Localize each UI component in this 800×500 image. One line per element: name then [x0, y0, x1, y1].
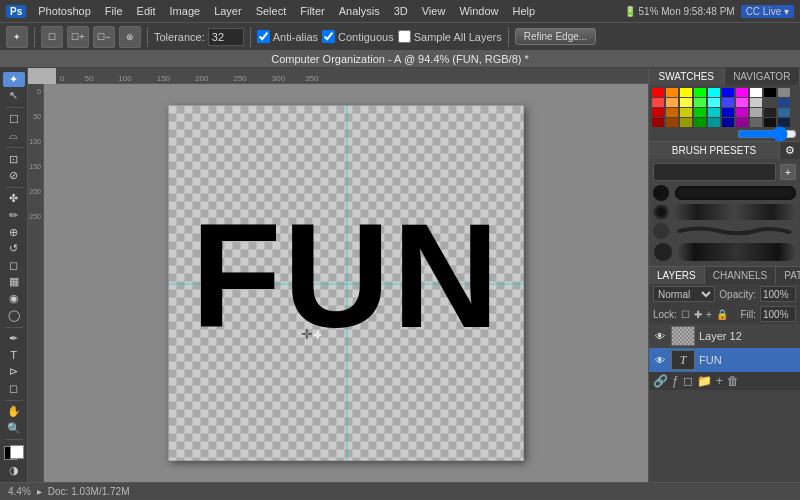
refine-edge-button[interactable]: Refine Edge...: [515, 28, 596, 45]
swatch[interactable]: [694, 118, 706, 127]
fill-input[interactable]: [760, 306, 796, 322]
menu-photoshop[interactable]: Photoshop: [32, 3, 97, 19]
tool-hand[interactable]: ✋: [3, 404, 25, 419]
tool-blur[interactable]: ◉: [3, 291, 25, 306]
lock-image-icon[interactable]: ✚: [694, 309, 702, 320]
tool-add-selection[interactable]: ☐+: [67, 26, 89, 48]
menu-analysis[interactable]: Analysis: [333, 3, 386, 19]
swatch[interactable]: [652, 108, 664, 117]
swatch[interactable]: [666, 98, 678, 107]
tool-wand[interactable]: ✦: [6, 26, 28, 48]
swatch[interactable]: [652, 118, 664, 127]
lock-position-icon[interactable]: +: [706, 309, 712, 320]
brush-new-button[interactable]: +: [780, 164, 796, 180]
swatch[interactable]: [736, 98, 748, 107]
tab-brush-presets[interactable]: BRUSH PRESETS: [649, 142, 780, 159]
swatch[interactable]: [652, 88, 664, 97]
swatch[interactable]: [722, 108, 734, 117]
menu-layer[interactable]: Layer: [208, 3, 248, 19]
swatch[interactable]: [750, 98, 762, 107]
layer-item-2[interactable]: 👁 T FUN: [649, 348, 800, 372]
layer-item-1[interactable]: 👁 Layer 12: [649, 324, 800, 348]
menu-select[interactable]: Select: [250, 3, 293, 19]
swatch[interactable]: [694, 108, 706, 117]
color-swatches[interactable]: [4, 446, 24, 459]
layer-visibility-1[interactable]: 👁: [653, 329, 667, 343]
brush-options-icon[interactable]: ⚙: [780, 142, 800, 159]
cc-live[interactable]: CC Live ▾: [741, 5, 794, 18]
tool-lasso[interactable]: ⌓: [3, 128, 25, 143]
tool-zoom[interactable]: 🔍: [3, 421, 25, 436]
swatch[interactable]: [666, 118, 678, 127]
menu-file[interactable]: File: [99, 3, 129, 19]
menu-filter[interactable]: Filter: [294, 3, 330, 19]
menu-help[interactable]: Help: [507, 3, 542, 19]
opacity-input[interactable]: [760, 286, 796, 302]
tool-clone-stamp[interactable]: ⊕: [3, 225, 25, 240]
tool-subtract-selection[interactable]: ☐−: [93, 26, 115, 48]
anti-alias-checkbox[interactable]: Anti-alias: [257, 30, 318, 43]
swatch[interactable]: [750, 108, 762, 117]
tool-shape[interactable]: ◻: [3, 381, 25, 396]
menu-window[interactable]: Window: [453, 3, 504, 19]
contiguous-checkbox[interactable]: Contiguous: [322, 30, 394, 43]
swatch[interactable]: [736, 88, 748, 97]
tool-gradient[interactable]: ▦: [3, 275, 25, 290]
swatch[interactable]: [778, 88, 790, 97]
swatch[interactable]: [666, 108, 678, 117]
tool-crop[interactable]: ⊡: [3, 152, 25, 167]
swatch[interactable]: [722, 88, 734, 97]
brush-item-large[interactable]: [653, 242, 796, 262]
brush-name-input[interactable]: [653, 163, 776, 181]
quick-mask-mode[interactable]: ◑: [3, 463, 25, 478]
tool-new-selection[interactable]: ☐: [41, 26, 63, 48]
swatch[interactable]: [694, 88, 706, 97]
tab-paths[interactable]: PATHS: [776, 267, 800, 284]
document-canvas[interactable]: FUN ✛: [169, 106, 524, 461]
swatch[interactable]: [750, 88, 762, 97]
swatch[interactable]: [778, 108, 790, 117]
swatch[interactable]: [722, 118, 734, 127]
menu-3d[interactable]: 3D: [388, 3, 414, 19]
swatch[interactable]: [666, 88, 678, 97]
tool-eyedropper[interactable]: ⊘: [3, 168, 25, 183]
swatch[interactable]: [652, 98, 664, 107]
add-mask-button[interactable]: ◻: [683, 374, 693, 388]
swatch[interactable]: [680, 118, 692, 127]
menu-image[interactable]: Image: [164, 3, 207, 19]
layer-visibility-2[interactable]: 👁: [653, 353, 667, 367]
add-style-button[interactable]: ƒ: [672, 374, 679, 388]
delete-layer-button[interactable]: 🗑: [727, 374, 739, 388]
tool-eraser[interactable]: ◻: [3, 258, 25, 273]
blend-mode-select[interactable]: Normal Multiply Screen: [653, 286, 715, 302]
swatch[interactable]: [708, 118, 720, 127]
tool-history-brush[interactable]: ↺: [3, 241, 25, 256]
lock-transparent-icon[interactable]: ☐: [681, 309, 690, 320]
swatch[interactable]: [764, 108, 776, 117]
tool-path-selection[interactable]: ⊳: [3, 364, 25, 379]
tolerance-input[interactable]: [208, 28, 244, 46]
new-layer-button[interactable]: +: [716, 374, 723, 388]
swatch[interactable]: [764, 88, 776, 97]
swatch[interactable]: [764, 98, 776, 107]
tool-text[interactable]: T: [3, 348, 25, 363]
lock-all-icon[interactable]: 🔒: [716, 309, 728, 320]
swatch[interactable]: [722, 98, 734, 107]
swatch[interactable]: [680, 88, 692, 97]
swatch[interactable]: [694, 98, 706, 107]
menu-edit[interactable]: Edit: [131, 3, 162, 19]
tool-brush[interactable]: ✏: [3, 208, 25, 223]
tool-magic-wand[interactable]: ✦: [3, 72, 25, 87]
brush-item-hard-round[interactable]: [653, 185, 796, 201]
new-group-button[interactable]: 📁: [697, 374, 712, 388]
canvas-background[interactable]: FUN ✛: [44, 84, 648, 482]
tab-swatches[interactable]: SWATCHES: [649, 68, 725, 85]
tool-intersect-selection[interactable]: ⊗: [119, 26, 141, 48]
swatch[interactable]: [680, 98, 692, 107]
tool-move[interactable]: ↖: [3, 89, 25, 104]
background-color[interactable]: [10, 445, 24, 459]
swatch[interactable]: [708, 98, 720, 107]
tool-rectangular-marquee[interactable]: ☐: [3, 112, 25, 127]
tool-healing-brush[interactable]: ✤: [3, 192, 25, 207]
swatch[interactable]: [708, 88, 720, 97]
